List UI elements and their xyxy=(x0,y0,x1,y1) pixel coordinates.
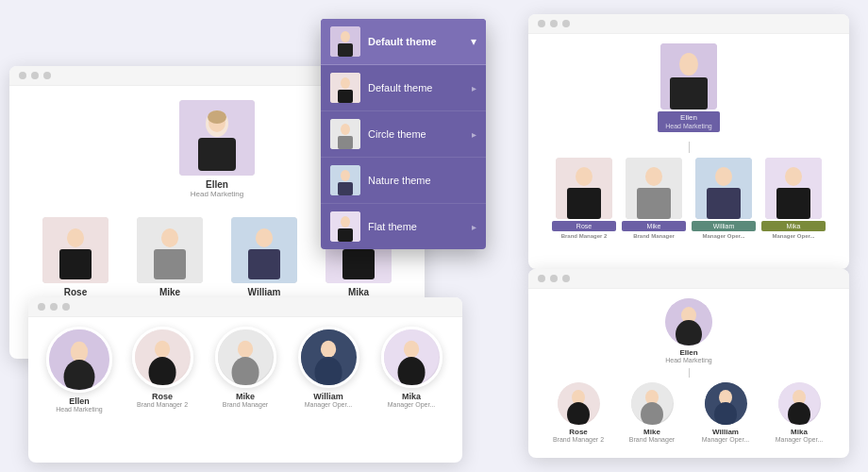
svg-rect-10 xyxy=(154,249,186,279)
dot3 xyxy=(43,72,51,79)
arrow-right-icon-flat: ▸ xyxy=(472,222,476,232)
svg-point-12 xyxy=(256,228,273,247)
svg-rect-28 xyxy=(338,182,353,195)
person-mike-nature: Mike Brand Manager xyxy=(619,382,685,443)
dropdown-item-circle[interactable]: Circle theme ▸ xyxy=(321,111,486,158)
nature-children: Rose Brand Manager 2 Mike Brand Manager xyxy=(545,382,832,443)
svg-rect-22 xyxy=(338,90,353,103)
dropdown-item-label-flat: Flat theme xyxy=(368,221,417,232)
dropdown-item-default[interactable]: Default theme ▸ xyxy=(321,65,486,111)
mike-rt-role: Brand Manager xyxy=(633,233,675,239)
william-nature-role: Manager Oper... xyxy=(702,436,750,443)
person-rose-rt: Rose Brand Manager 2 xyxy=(552,158,616,239)
content-right-bottom: Ellen Head Marketing Rose Brand Manager … xyxy=(528,289,849,452)
titlebar-right-bottom xyxy=(528,269,849,289)
ellen-role: Head Marketing xyxy=(191,190,243,198)
ellen-circle-role: Head Marketing xyxy=(56,406,102,413)
dot2 xyxy=(550,275,558,282)
photo-rose-nature xyxy=(558,382,600,425)
dropdown-item-flat[interactable]: Flat theme ▸ xyxy=(321,204,486,249)
dropdown-item-thumb-circle xyxy=(330,119,360,149)
william-nature-name: William xyxy=(712,428,739,436)
svg-point-45 xyxy=(785,167,802,186)
svg-point-36 xyxy=(576,167,593,186)
rose-rt-role: Brand Manager 2 xyxy=(561,233,608,239)
rose-rt-label: Rose xyxy=(552,221,616,231)
card-nature-theme: Ellen Head Marketing Rose Brand Manager … xyxy=(528,269,849,458)
person-william-left: William Manager... xyxy=(222,217,307,304)
theme-dropdown[interactable]: Default theme ▾ Default theme ▸ Circle t… xyxy=(321,19,486,249)
dropdown-item-label-nature: Nature theme xyxy=(368,175,431,186)
dropdown-header-left: Default theme xyxy=(330,26,437,57)
svg-rect-13 xyxy=(248,249,280,279)
william-rt-label: William xyxy=(692,221,756,231)
svg-point-21 xyxy=(341,77,350,89)
mika-circle-role: Manager Oper... xyxy=(388,401,436,408)
connector-nature xyxy=(689,368,690,378)
person-ellen-root: Ellen Head Marketing xyxy=(175,100,259,198)
photo-mika-rt xyxy=(765,158,822,219)
dot3 xyxy=(562,20,570,27)
photo-mike-circle xyxy=(215,327,276,388)
mike-nature-name: Mike xyxy=(643,428,660,436)
svg-rect-46 xyxy=(776,188,810,219)
william-name: William xyxy=(248,287,281,297)
mika-nature-role: Manager Oper... xyxy=(776,436,824,443)
person-ellen-rt: Ellen Head Marketing xyxy=(658,43,719,132)
svg-rect-25 xyxy=(338,136,353,149)
connector-v xyxy=(689,142,690,153)
photo-william-circle xyxy=(298,327,359,388)
person-mika-circle: Mika Manager Oper... xyxy=(375,327,448,413)
svg-rect-40 xyxy=(637,188,671,219)
photo-mika-circle xyxy=(381,327,442,388)
svg-point-9 xyxy=(161,228,178,247)
photo-rose-circle xyxy=(132,327,193,388)
svg-rect-7 xyxy=(59,249,92,279)
person-rose-nature: Rose Brand Manager 2 xyxy=(545,382,611,443)
dropdown-item-label-default: Default theme xyxy=(368,82,432,93)
photo-william-nature xyxy=(705,382,747,425)
dot1 xyxy=(538,20,545,27)
svg-point-48 xyxy=(71,342,88,362)
person-rose-left: Rose Brand Manager 2 xyxy=(33,217,118,304)
person-mika-nature: Mika Manager Oper... xyxy=(766,382,832,443)
mika-rt-label: Mika xyxy=(761,221,826,231)
ellen-circle-name: Ellen xyxy=(69,396,90,406)
ellen-nature-name: Ellen xyxy=(679,348,697,357)
ellen-rt-name: Ellen xyxy=(680,113,697,122)
svg-point-18 xyxy=(341,31,350,42)
dropdown-header[interactable]: Default theme ▾ xyxy=(321,19,486,65)
photo-william xyxy=(231,217,297,283)
chevron-down-icon: ▾ xyxy=(471,35,476,48)
nature-root: Ellen Head Marketing xyxy=(665,298,712,363)
william-circle-role: Manager Oper... xyxy=(305,401,353,408)
card-flat-theme: Ellen Head Marketing Rose Brand Manager xyxy=(528,14,849,269)
mike-rt-label: Mike xyxy=(622,221,686,231)
svg-point-24 xyxy=(341,124,350,135)
person-mike-circle: Mike Brand Manager xyxy=(209,327,282,413)
william-rt-role: Manager Oper... xyxy=(702,233,744,239)
photo-ellen-nature xyxy=(665,298,712,346)
person-mike-left: Mike Brand Manager xyxy=(127,217,212,304)
ellen-name: Ellen xyxy=(206,179,228,190)
person-william-rt: William Manager Oper... xyxy=(692,158,756,239)
svg-point-4 xyxy=(208,110,226,124)
photo-william-rt xyxy=(695,158,752,219)
dropdown-item-label-circle: Circle theme xyxy=(368,128,426,140)
rose-circle-name: Rose xyxy=(152,392,173,401)
mike-name: Mike xyxy=(159,287,180,297)
person-rose-circle: Rose Brand Manager 2 xyxy=(125,327,199,413)
mika-rt-role: Manager Oper... xyxy=(772,233,814,239)
svg-point-39 xyxy=(645,167,662,186)
content-bottom: Ellen Head Marketing Rose Brand Manager … xyxy=(28,317,462,422)
rose-nature-role: Brand Manager 2 xyxy=(553,436,604,443)
photo-mike xyxy=(137,217,203,283)
titlebar-right-top xyxy=(528,14,849,34)
rose-nature-name: Rose xyxy=(569,428,588,436)
svg-rect-34 xyxy=(670,77,708,110)
dropdown-item-nature[interactable]: Nature theme xyxy=(321,158,486,204)
mika-name: Mika xyxy=(348,287,369,297)
svg-point-42 xyxy=(715,167,732,186)
photo-ellen-rt xyxy=(660,43,717,110)
mike-circle-name: Mike xyxy=(236,392,255,401)
